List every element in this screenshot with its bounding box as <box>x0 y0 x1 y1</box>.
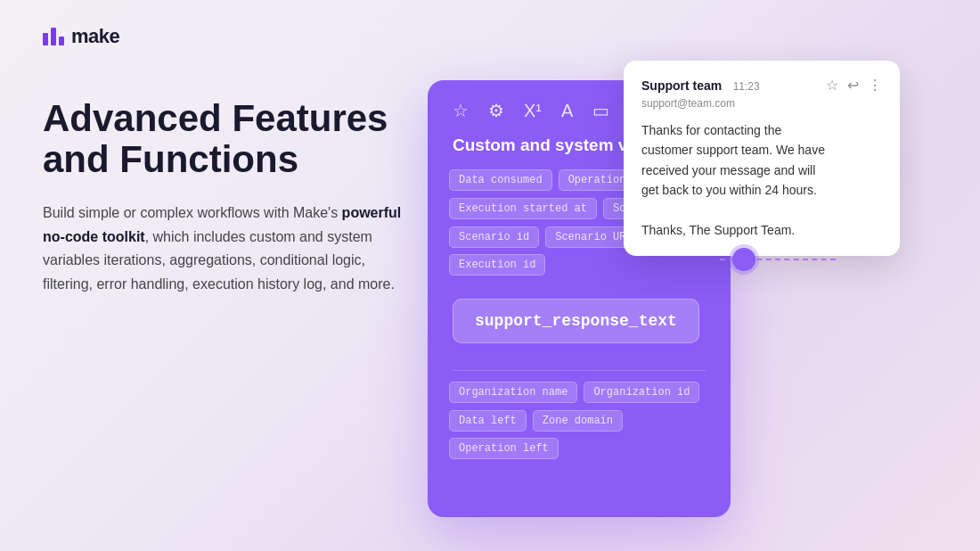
main-heading: Advanced Features and Functions <box>43 98 417 180</box>
email-body: Thanks for contacting the customer suppo… <box>641 120 882 240</box>
logo-icon <box>43 28 64 45</box>
chip-execution-id[interactable]: Execution id <box>449 254 545 276</box>
chip-org-name[interactable]: Organization name <box>449 382 577 403</box>
email-sender: Support team <box>641 78 722 93</box>
big-variable-container: support_response_text <box>445 283 713 359</box>
chip-operation-left[interactable]: Operation left <box>449 438 559 459</box>
calendar-icon[interactable]: ▭ <box>592 100 609 121</box>
big-variable[interactable]: support_response_text <box>453 299 699 343</box>
connector-dot <box>732 248 755 271</box>
chip-data-left[interactable]: Data left <box>449 410 527 432</box>
chip-execution-started[interactable]: Execution started at <box>449 198 597 219</box>
email-card: Support team 11:23 ☆ ↩ ⋮ support@team.co… <box>624 61 900 256</box>
chip-scenario-id[interactable]: Scenario id <box>449 226 539 248</box>
chip-row-4: Organization name Organization id <box>445 382 713 403</box>
chip-data-consumed[interactable]: Data consumed <box>449 169 552 191</box>
email-time: 11:23 <box>733 80 760 93</box>
logo-text: make <box>71 25 119 48</box>
panel-divider <box>453 370 706 371</box>
reply-icon[interactable]: ↩ <box>847 77 859 94</box>
more-icon[interactable]: ⋮ <box>868 77 882 94</box>
chip-zone-domain[interactable]: Zone domain <box>533 410 623 432</box>
chip-row-5: Data left Zone domain Operation left <box>445 410 713 459</box>
logo-bar-3 <box>59 37 64 45</box>
star-action-icon[interactable]: ☆ <box>826 77 838 94</box>
font-icon[interactable]: A <box>561 101 573 121</box>
star-icon[interactable]: ☆ <box>453 100 469 121</box>
logo-area: make <box>43 25 119 48</box>
email-header: Support team 11:23 ☆ ↩ ⋮ <box>641 77 882 94</box>
left-content: Advanced Features and Functions Build si… <box>43 98 417 296</box>
description-text: Build simple or complex workflows with M… <box>43 201 417 296</box>
chip-org-id[interactable]: Organization id <box>584 382 699 403</box>
gear-icon[interactable]: ⚙ <box>488 100 504 121</box>
x1-icon[interactable]: X¹ <box>524 101 542 121</box>
email-from: support@team.com <box>641 97 882 110</box>
email-actions: ☆ ↩ ⋮ <box>826 77 882 94</box>
logo-bar-2 <box>51 28 56 45</box>
email-sender-row: Support team 11:23 <box>641 78 760 94</box>
logo-bar-1 <box>43 33 48 45</box>
